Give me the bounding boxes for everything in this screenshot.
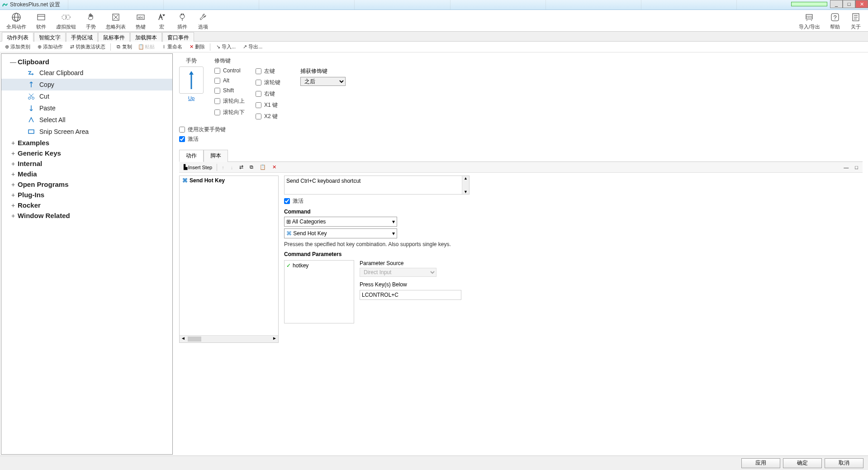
- tab-load-script[interactable]: 加载脚本: [130, 32, 162, 42]
- tree-item-snip[interactable]: Snip Screen Area: [1, 126, 172, 138]
- chk-left[interactable]: 左键: [256, 67, 280, 75]
- add-category-button[interactable]: ⊕添加类别: [3, 43, 32, 51]
- expand-icon: +: [9, 181, 18, 188]
- toolbar-virtual-btn[interactable]: 虚拟按钮: [52, 10, 81, 31]
- tree-category-plugins[interactable]: +Plug-Ins: [1, 190, 172, 200]
- param-item-hotkey[interactable]: ✓ hotkey: [286, 262, 352, 269]
- gesture-link[interactable]: Up: [188, 95, 194, 101]
- rename-button[interactable]: Ｉ重命名: [160, 43, 184, 51]
- import-icon: ↘: [215, 44, 221, 50]
- chk-x1[interactable]: X1 键: [256, 101, 280, 109]
- param-list[interactable]: ✓ hotkey: [284, 260, 354, 323]
- chk-x2[interactable]: X2 键: [256, 113, 280, 120]
- tree-category-media[interactable]: +Media: [1, 169, 172, 179]
- step-paste-button[interactable]: 📋: [258, 163, 268, 171]
- scroll-thumb[interactable]: [188, 337, 201, 342]
- ok-button[interactable]: 确定: [783, 458, 822, 468]
- toolbar-software[interactable]: 软件: [31, 10, 52, 31]
- toolbar-ignorelist[interactable]: 忽略列表: [101, 10, 130, 31]
- toolbar-about[interactable]: 关于: [845, 10, 866, 31]
- paste-button[interactable]: 📋粘贴: [137, 43, 156, 51]
- content-area: — Clipboard Clear Clipboard Copy Cut Pas…: [0, 52, 868, 456]
- toolbar-macro[interactable]: 宏: [151, 10, 172, 31]
- chk-wheel-up[interactable]: 滚轮向上: [214, 97, 245, 105]
- subtab-script[interactable]: 脚本: [204, 150, 228, 162]
- scroll-right-icon[interactable]: ►: [271, 336, 278, 342]
- copy-button[interactable]: ⧉复制: [114, 43, 133, 51]
- category-select[interactable]: ⊞ All Categories ▾: [284, 217, 397, 227]
- chk-step-active[interactable]: 激活: [284, 197, 863, 205]
- chk-right[interactable]: 右键: [256, 90, 280, 98]
- tree-item-clear-clipboard[interactable]: Clear Clipboard: [1, 67, 172, 79]
- desc-scrollbar[interactable]: ▲▼: [462, 176, 469, 194]
- tab-action-list[interactable]: 动作列表: [2, 32, 33, 42]
- cancel-button[interactable]: 取消: [825, 458, 863, 468]
- tree-category-open-programs[interactable]: +Open Programs: [1, 179, 172, 190]
- tree-category-window-related[interactable]: +Window Related: [1, 210, 172, 221]
- subtab-action[interactable]: 动作: [179, 150, 204, 162]
- tree-category-clipboard[interactable]: — Clipboard: [1, 57, 172, 67]
- window-close[interactable]: ✕: [855, 0, 868, 8]
- tree-item-select-all[interactable]: Select All: [1, 114, 172, 126]
- toolbar-import-export[interactable]: 0101 导入/导出: [794, 10, 825, 31]
- param-source-select[interactable]: Direct Input: [360, 268, 436, 277]
- capture-select[interactable]: 之后: [300, 77, 346, 86]
- chk-secondary-gesture[interactable]: 使用次要手势键: [179, 126, 863, 133]
- tab-gesture-region[interactable]: 手势区域: [66, 32, 98, 42]
- copy-icon: ⧉: [250, 164, 253, 170]
- toggle-active-button[interactable]: ⇄切换激活状态: [68, 43, 107, 51]
- tab-window-events[interactable]: 窗口事件: [162, 32, 194, 42]
- add-action-button[interactable]: ⊕添加动作: [35, 43, 64, 51]
- chk-active[interactable]: 激活: [179, 135, 863, 143]
- window-minimize[interactable]: _: [830, 0, 843, 8]
- chk-alt[interactable]: Alt: [214, 77, 245, 84]
- toolbar-options[interactable]: 选项: [193, 10, 213, 31]
- tree-category-internal[interactable]: +Internal: [1, 158, 172, 169]
- tab-smart-text[interactable]: 智能文字: [34, 32, 66, 42]
- tree-item-cut[interactable]: Cut: [1, 90, 172, 102]
- io-icon: 0101: [803, 11, 815, 23]
- expand-icon: +: [9, 191, 18, 199]
- toolbar-plugin[interactable]: 插件: [172, 10, 193, 31]
- help-icon: ?: [829, 11, 841, 23]
- chk-control[interactable]: Control: [214, 67, 245, 74]
- svg-text:abc: abc: [138, 16, 143, 19]
- tree-category-generic-keys[interactable]: +Generic Keys: [1, 148, 172, 158]
- step-delete-button[interactable]: ✕: [270, 163, 278, 171]
- insert-step-button[interactable]: ▙Insert Step: [182, 163, 214, 171]
- step-edit-button[interactable]: ⇄: [237, 163, 245, 171]
- step-list-item[interactable]: ⌘ Send Hot Key: [180, 176, 278, 185]
- step-list-hscroll[interactable]: ◄ ►: [180, 335, 278, 342]
- export-button[interactable]: ↗导出...: [241, 43, 264, 51]
- toolbar-hotkey[interactable]: abc 热键: [130, 10, 151, 31]
- tab-mouse-events[interactable]: 鼠标事件: [98, 32, 130, 42]
- chk-wheel[interactable]: 滚轮键: [256, 79, 280, 86]
- apply-button[interactable]: 应用: [741, 458, 780, 468]
- gesture-label: 手势: [186, 57, 197, 65]
- collapse-min-button[interactable]: —: [842, 164, 850, 171]
- hand-icon: [85, 11, 97, 23]
- toolbar-global-action[interactable]: 全局动作: [2, 10, 31, 31]
- tree-category-rocker[interactable]: +Rocker: [1, 200, 172, 210]
- toolbar-help[interactable]: ? 帮助: [825, 10, 845, 31]
- tree-item-copy[interactable]: Copy: [1, 79, 172, 90]
- command-select[interactable]: ⌘ Send Hot Key ▾: [284, 228, 397, 238]
- step-copy-button[interactable]: ⧉: [248, 163, 255, 171]
- tree-item-paste[interactable]: Paste: [1, 102, 172, 114]
- import-button[interactable]: ↘导入...: [214, 43, 237, 51]
- delete-button[interactable]: ✕删除: [187, 43, 206, 51]
- chk-shift[interactable]: Shift: [214, 87, 245, 94]
- window-maximize[interactable]: □: [843, 0, 855, 8]
- step-description[interactable]: Send Ctrl+C keyboard shortcut ▲▼: [284, 176, 470, 195]
- gesture-preview[interactable]: [179, 66, 204, 94]
- toolbar-gesture[interactable]: 手势: [81, 10, 101, 31]
- step-down-button[interactable]: ↓: [229, 164, 235, 171]
- check-icon: ✓: [286, 262, 291, 269]
- press-keys-input[interactable]: [360, 290, 461, 300]
- chk-wheel-down[interactable]: 滚轮向下: [214, 109, 245, 116]
- tree-category-examples[interactable]: +Examples: [1, 138, 172, 148]
- collapse-max-button[interactable]: □: [853, 164, 860, 171]
- scroll-left-icon[interactable]: ◄: [180, 336, 187, 342]
- step-up-button[interactable]: ↑: [220, 164, 226, 171]
- step-list[interactable]: ⌘ Send Hot Key ◄ ►: [179, 176, 279, 343]
